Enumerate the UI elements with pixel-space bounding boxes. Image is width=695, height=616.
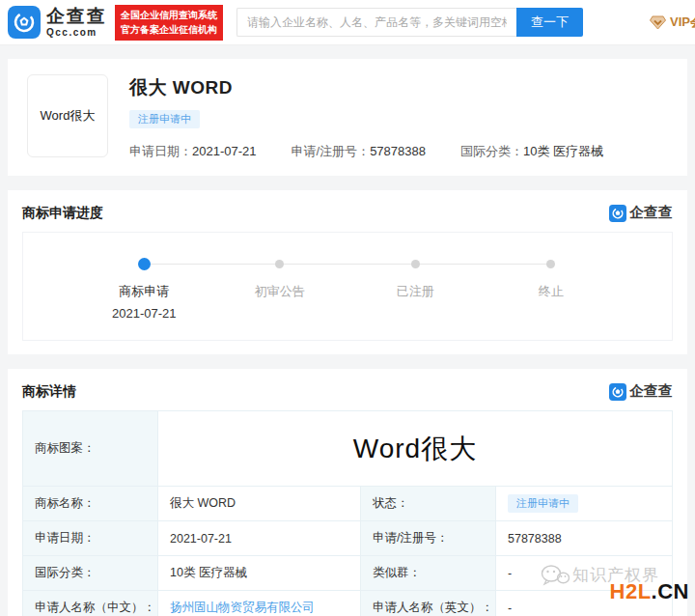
certification-line-2: 官方备案企业征信机构	[121, 22, 217, 38]
cell-value: 很大 WORD	[158, 487, 361, 521]
trademark-image-cell: Word很大	[158, 411, 673, 487]
cell-label: 申请日期：	[23, 521, 158, 556]
cell-value: 10类 医疗器械	[158, 556, 361, 591]
step-dot	[411, 260, 420, 268]
cell-label: 状态：	[361, 487, 496, 521]
cell-label: 类似群：	[361, 556, 496, 591]
qcc-logo-icon	[8, 6, 41, 39]
step-terminated: 终止	[484, 258, 620, 321]
table-row: 商标图案： Word很大	[23, 411, 673, 487]
field-apply-date: 申请日期：2021-07-21	[129, 143, 257, 160]
progress-section-title: 商标申请进度	[22, 205, 103, 222]
trademark-meta: 申请日期：2021-07-21 申请/注册号：57878388 国际分类：10类…	[129, 143, 603, 160]
logo-domain: Qcc.com	[46, 27, 107, 38]
wechat-icon	[541, 565, 570, 586]
top-header: 企查查 Qcc.com 全国企业信用查询系统 官方备案企业征信机构 查一下 VI…	[0, 0, 695, 45]
progress-section: 商标申请进度 企查查 商标申请 2021-07-21 初审公告	[8, 190, 687, 354]
vip-diamond-icon	[650, 15, 666, 30]
qcc-watermark-icon	[609, 383, 626, 401]
trademark-thumbnail: Word很大	[27, 74, 108, 157]
qcc-watermark: 企查查	[609, 382, 673, 401]
qcc-watermark: 企查查	[609, 204, 673, 222]
trademark-summary-card: Word很大 很大 WORD 注册申请中 申请日期：2021-07-21 申请/…	[8, 59, 687, 176]
step-dot	[275, 260, 284, 268]
cell-label: 商标名称：	[23, 487, 158, 521]
trademark-title: 很大 WORD	[129, 75, 603, 100]
trademark-thumbnail-text: Word很大	[41, 107, 96, 125]
qcc-watermark-text: 企查查	[629, 204, 673, 222]
logo-name: 企查查	[46, 7, 107, 25]
table-row: 商标名称： 很大 WORD 状态： 注册申请中	[23, 487, 673, 521]
cell-label: 申请/注册号：	[361, 521, 496, 556]
progress-stepper: 商标申请 2021-07-21 初审公告 已注册 终止	[22, 232, 673, 341]
step-dot-active	[138, 258, 151, 270]
qcc-logo[interactable]: 企查查 Qcc.com	[8, 6, 107, 39]
cell-label: 申请人名称（中文）：	[23, 591, 158, 616]
search-input[interactable]	[236, 8, 516, 37]
table-row: 申请日期： 2021-07-21 申请/注册号： 57878388	[23, 521, 673, 556]
step-dot	[546, 260, 555, 268]
cell-label: 商标图案：	[23, 411, 158, 487]
search-button[interactable]: 查一下	[516, 8, 583, 37]
h2l-brand: H2L.CN	[610, 579, 689, 604]
step-date: 2021-07-21	[76, 306, 212, 321]
field-reg-number: 申请/注册号：57878388	[292, 143, 426, 160]
qcc-watermark-text: 企查查	[629, 382, 673, 401]
certification-line-1: 全国企业信用查询系统	[121, 8, 217, 23]
step-preliminary-review: 初审公告	[212, 258, 348, 321]
cell-value: 扬州固山物资贸易有限公司	[158, 591, 361, 616]
status-badge: 注册申请中	[508, 494, 578, 513]
qcc-watermark-icon	[609, 205, 626, 222]
cell-value: 注册申请中	[496, 487, 673, 521]
cell-label: 国际分类：	[23, 556, 158, 591]
certification-badge: 全国企业信用查询系统 官方备案企业征信机构	[115, 5, 223, 41]
vip-label: VIP会	[670, 14, 695, 31]
details-section-title: 商标详情	[22, 383, 76, 401]
cell-value: 57878388	[496, 521, 673, 556]
step-registered: 已注册	[348, 258, 484, 321]
search-bar: 查一下	[236, 8, 583, 37]
vip-link[interactable]: VIP会	[650, 14, 695, 31]
field-intl-class: 国际分类：10类 医疗器械	[460, 143, 603, 160]
cell-value: 2021-07-21	[158, 521, 361, 556]
cell-label: 申请人名称（英文）：	[361, 591, 496, 616]
step-application: 商标申请 2021-07-21	[76, 258, 212, 321]
h2l-watermark: 知识产权界 H2L.CN	[541, 564, 691, 608]
applicant-company-link[interactable]: 扬州固山物资贸易有限公司	[170, 601, 315, 614]
status-badge: 注册申请中	[129, 110, 200, 128]
